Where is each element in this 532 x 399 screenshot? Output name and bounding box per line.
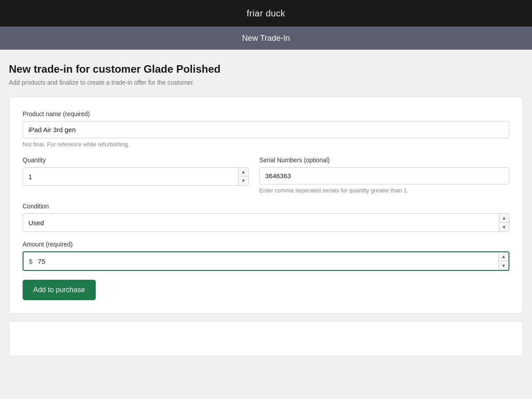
condition-group: Condition New Used Refurbished For Parts… [23, 203, 509, 232]
trade-in-form-card: Product name (required) Not final, For r… [9, 97, 523, 314]
main-content: New trade-in for customer Glade Polished… [0, 50, 532, 370]
amount-stepper-buttons: ▲ ▼ [498, 252, 509, 270]
quantity-serial-row: Quantity ▲ ▼ Serial Numbers (optional) E… [23, 156, 509, 194]
amount-group: Amount (required) $ ▲ ▼ [23, 241, 509, 271]
quantity-increment-button[interactable]: ▲ [239, 168, 248, 176]
product-name-label: Product name (required) [23, 110, 509, 117]
serial-numbers-input[interactable] [259, 167, 509, 184]
condition-arrow-down[interactable]: ▼ [499, 223, 509, 231]
amount-increment-button[interactable]: ▲ [499, 252, 509, 261]
amount-input[interactable] [36, 252, 498, 270]
amount-input-wrapper: $ ▲ ▼ [23, 251, 509, 271]
page-title: New trade-in for customer Glade Polished [9, 63, 523, 75]
quantity-label: Quantity [23, 156, 249, 164]
product-name-input[interactable] [23, 121, 509, 138]
page-description: Add products and finalize to create a tr… [9, 79, 523, 86]
quantity-stepper: ▲ ▼ [23, 167, 249, 186]
amount-label: Amount (required) [23, 241, 509, 248]
app-title: friar duck [246, 8, 285, 19]
condition-select-arrows: ▲ ▼ [499, 214, 509, 231]
amount-prefix: $ [23, 252, 36, 270]
product-name-hint: Not final, For reference while refurbish… [23, 141, 509, 148]
second-card [9, 321, 523, 356]
quantity-stepper-buttons: ▲ ▼ [238, 168, 248, 185]
condition-select-wrapper: New Used Refurbished For Parts ▲ ▼ [23, 213, 509, 232]
serial-numbers-hint: Enter comma seperated serials for quanti… [259, 187, 509, 194]
sub-header: New Trade-In [0, 27, 532, 50]
add-to-purchase-button[interactable]: Add to purchase [23, 280, 96, 300]
quantity-input[interactable] [23, 168, 238, 185]
page-section-title: New Trade-In [242, 34, 290, 43]
serial-numbers-label: Serial Numbers (optional) [259, 156, 509, 164]
quantity-decrement-button[interactable]: ▼ [239, 176, 248, 185]
serial-numbers-group: Serial Numbers (optional) Enter comma se… [259, 156, 509, 194]
quantity-group: Quantity ▲ ▼ [23, 156, 249, 194]
condition-arrow-up[interactable]: ▲ [499, 214, 509, 223]
top-nav: friar duck [0, 0, 532, 27]
product-name-group: Product name (required) Not final, For r… [23, 110, 509, 148]
condition-select[interactable]: New Used Refurbished For Parts [23, 214, 499, 231]
condition-label: Condition [23, 203, 509, 210]
amount-decrement-button[interactable]: ▼ [499, 261, 509, 270]
